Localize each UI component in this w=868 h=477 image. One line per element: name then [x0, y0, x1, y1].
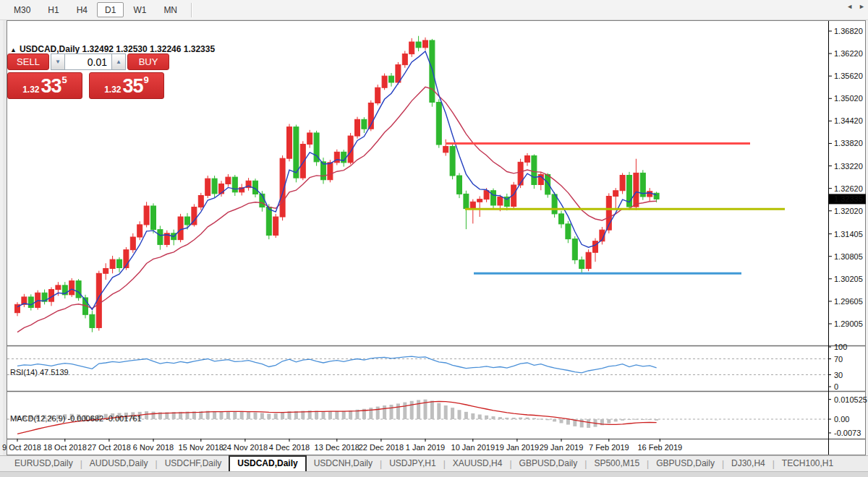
symbol-tab-usdcad-daily[interactable]: USDCAD,Daily	[229, 455, 306, 471]
sell-button[interactable]: SELL	[7, 53, 49, 70]
symbol-tab-usdjpy-h1[interactable]: USDJPY,H1	[382, 456, 443, 471]
chevron-up-icon: ▲	[116, 59, 122, 65]
buy-price-big: 35	[123, 76, 143, 97]
svg-text:1.34420: 1.34420	[834, 116, 863, 125]
sell-price-box[interactable]: 1.32335	[7, 72, 82, 99]
timeframe-button-h4[interactable]: H4	[69, 2, 95, 17]
symbol-tab-bar: EURUSD,Daily|AUDUSD,Daily|USDCHF,DailyUS…	[0, 455, 868, 471]
timeframe-button-w1[interactable]: W1	[125, 2, 154, 17]
svg-text:7 Feb 2019: 7 Feb 2019	[589, 443, 629, 452]
svg-text:1.35020: 1.35020	[834, 94, 863, 103]
ohlc-title-text: USDCAD,Daily 1.32492 1.32530 1.32246 1.3…	[20, 44, 215, 54]
symbol-tab-sp500-m15[interactable]: SP500,M15	[587, 456, 647, 471]
buy-price-box[interactable]: 1.32359	[89, 72, 164, 99]
symbol-tab-audusd-daily[interactable]: AUDUSD,Daily	[82, 456, 156, 471]
timeframe-button-mn[interactable]: MN	[156, 2, 185, 17]
chart-workspace: 1.368201.362201.356201.350201.344201.338…	[0, 20, 868, 477]
macd-indicator-label: MACD(12,26,9) -0.000682 -0.001761	[10, 414, 142, 423]
svg-text:6 Nov 2018: 6 Nov 2018	[133, 443, 174, 452]
svg-text:0.010525: 0.010525	[834, 395, 867, 404]
tab-scroll-left-icon[interactable]: ◄	[846, 3, 853, 10]
svg-text:10 Jan 2019: 10 Jan 2019	[451, 443, 495, 452]
svg-text:100: 100	[834, 343, 847, 351]
buy-price-sup: 9	[144, 76, 149, 85]
volume-stepper: ▼ ▲	[51, 53, 126, 70]
svg-text:19 Jan 2019: 19 Jan 2019	[495, 443, 540, 452]
svg-text:1.35620: 1.35620	[834, 72, 863, 80]
svg-text:0.00: 0.00	[834, 415, 849, 424]
symbol-tab-tech100-h1[interactable]: TECH100,H1	[775, 456, 841, 471]
svg-text:29 Jan 2019: 29 Jan 2019	[540, 443, 584, 452]
trading-app-window: M30H1H4D1W1MN 1.368201.362201.356201.350…	[0, 0, 868, 477]
svg-text:1.33820: 1.33820	[834, 139, 863, 147]
svg-text:1.29605: 1.29605	[834, 297, 863, 306]
sell-price-sup: 5	[62, 76, 67, 85]
symbol-tab-gbpusd-daily[interactable]: GBPUSD,Daily	[512, 456, 585, 471]
chart-ohlc-title: ▲USDCAD,Daily 1.32492 1.32530 1.32246 1.…	[10, 44, 215, 54]
status-strip	[0, 471, 868, 477]
symbol-tab-gbpusd-daily[interactable]: GBPUSD,Daily	[649, 456, 722, 471]
svg-text:1.32020: 1.32020	[834, 207, 863, 215]
svg-text:9 Oct 2018: 9 Oct 2018	[2, 443, 41, 452]
sell-price-prefix: 1.32	[22, 82, 39, 97]
svg-text:1.36220: 1.36220	[834, 49, 863, 58]
symbol-tab-usdchf-daily[interactable]: USDCHF,Daily	[158, 456, 229, 471]
symbol-tab-dj30-h4[interactable]: DJ30,H4	[724, 456, 773, 471]
one-click-trade-panel: SELL ▼ ▲ BUY 1.32335 1.32359	[7, 53, 171, 99]
chevron-down-icon: ▼	[55, 59, 61, 65]
rsi-indicator-label: RSI(14) 47.5139	[10, 368, 69, 377]
tab-scroll-right-icon[interactable]: ►	[859, 3, 865, 10]
toolbar-separator	[191, 3, 192, 17]
volume-decrease-button[interactable]: ▼	[51, 53, 65, 70]
svg-text:1.32620: 1.32620	[834, 184, 863, 193]
svg-text:1 Jan 2019: 1 Jan 2019	[406, 443, 445, 452]
volume-input[interactable]	[65, 53, 111, 70]
ohlc-marker-icon: ▲	[10, 46, 17, 53]
svg-text:16 Feb 2019: 16 Feb 2019	[637, 443, 682, 452]
svg-text:70: 70	[834, 355, 843, 364]
buy-price-prefix: 1.32	[104, 82, 121, 97]
svg-text:1.29005: 1.29005	[834, 319, 863, 328]
svg-text:15 Nov 2018: 15 Nov 2018	[179, 443, 224, 452]
timeframe-button-d1[interactable]: D1	[97, 2, 124, 17]
symbol-tab-eurusd-daily[interactable]: EURUSD,Daily	[7, 456, 80, 471]
svg-text:1.31405: 1.31405	[834, 230, 863, 239]
timeframe-button-h1[interactable]: H1	[40, 2, 67, 17]
svg-text:13 Dec 2018: 13 Dec 2018	[315, 443, 359, 452]
volume-increase-button[interactable]: ▲	[111, 53, 126, 70]
svg-text:1.36820: 1.36820	[834, 27, 863, 35]
svg-text:24 Nov 2018: 24 Nov 2018	[223, 443, 268, 452]
svg-text:27 Oct 2018: 27 Oct 2018	[88, 443, 131, 452]
svg-text:1.33220: 1.33220	[834, 162, 863, 171]
symbol-tab-usdcnh-daily[interactable]: USDCNH,Daily	[307, 456, 380, 471]
timeframe-button-m30[interactable]: M30	[6, 2, 38, 17]
svg-text:22 Dec 2018: 22 Dec 2018	[359, 443, 404, 452]
buy-button[interactable]: BUY	[127, 53, 169, 70]
svg-text:0: 0	[834, 382, 838, 391]
svg-text:1.32335: 1.32335	[834, 194, 863, 203]
svg-text:18 Oct 2018: 18 Oct 2018	[43, 443, 87, 452]
sell-price-big: 33	[41, 76, 61, 97]
svg-text:1.30805: 1.30805	[834, 252, 863, 261]
svg-text:1.30205: 1.30205	[834, 275, 863, 283]
symbol-tab-xauusd-h4[interactable]: XAUUSD,H4	[446, 456, 510, 471]
svg-text:4 Dec 2018: 4 Dec 2018	[269, 443, 310, 452]
timeframe-toolbar: M30H1H4D1W1MN	[0, 0, 868, 20]
svg-text:-0.0073: -0.0073	[834, 429, 861, 437]
tab-scroll-buttons: ◄ ►	[846, 3, 865, 10]
svg-text:30: 30	[834, 371, 843, 379]
